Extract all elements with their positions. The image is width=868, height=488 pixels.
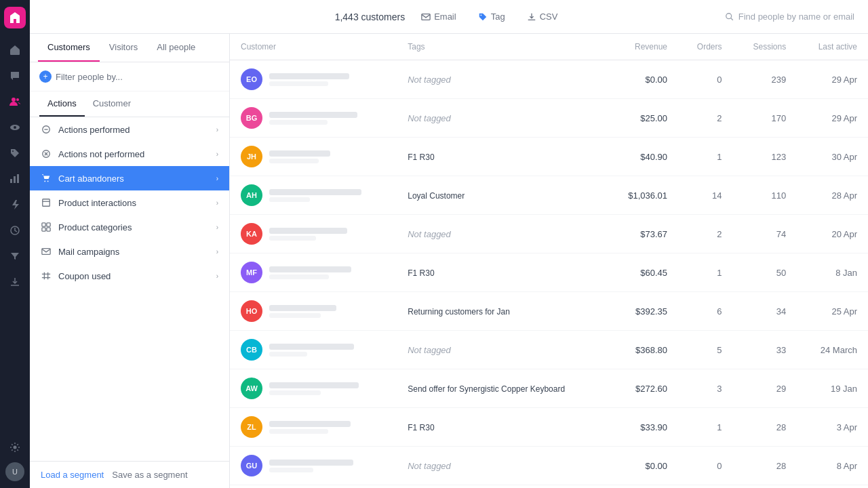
coupon-icon	[41, 270, 52, 281]
menu-item-actions-not-performed[interactable]: Actions not performed ›	[30, 142, 229, 166]
revenue-cell: $73.67	[607, 215, 678, 253]
filter-bottom: Load a segment Save as a segment	[30, 461, 229, 488]
cart-abandoners-label: Cart abandoners	[58, 174, 124, 184]
sidebar-item-clock[interactable]	[4, 220, 26, 241]
table-row[interactable]: AW Send offer for Synergistic Copper Key…	[230, 369, 868, 408]
avatar: EO	[241, 68, 262, 90]
mail-icon	[41, 246, 52, 257]
last-active-cell: 28 Apr	[797, 176, 868, 215]
filter-tab-actions[interactable]: Actions	[39, 92, 85, 117]
sidebar-item-filter[interactable]	[4, 245, 26, 267]
categories-icon	[41, 222, 52, 232]
menu-item-actions-performed[interactable]: Actions performed ›	[30, 117, 229, 142]
sidebar-item-lightning[interactable]	[4, 194, 26, 216]
sidebar-item-chat[interactable]	[4, 65, 26, 87]
sessions-cell: 28	[733, 447, 797, 485]
email-action[interactable]: Email	[416, 9, 462, 24]
sidebar-item-home[interactable]	[4, 39, 26, 61]
svg-rect-21	[43, 199, 50, 207]
sidebar-item-eye[interactable]	[4, 117, 26, 138]
search-bar[interactable]: Find people by name or email	[725, 12, 854, 22]
customer-count: 1,443 customers	[335, 12, 406, 22]
no-tag-label: Not tagged	[408, 345, 451, 355]
last-active-cell: 20 Apr	[797, 215, 868, 253]
load-segment-link[interactable]: Load a segment	[41, 470, 104, 480]
actions-not-performed-label: Actions not performed	[58, 149, 144, 159]
sidebar-item-people[interactable]	[4, 91, 26, 113]
customer-email-blur	[269, 468, 313, 472]
menu-item-product-interactions[interactable]: Product interactions ›	[30, 190, 229, 215]
chevron-right-icon: ›	[216, 224, 218, 231]
tag-action[interactable]: Tag	[473, 9, 511, 24]
filter-tab-customer[interactable]: Customer	[85, 92, 139, 117]
svg-rect-23	[47, 223, 50, 226]
customer-email-blur	[269, 159, 319, 163]
customer-cell: HO	[230, 292, 397, 331]
last-active-cell: 29 Apr	[797, 60, 868, 99]
orders-cell: 6	[678, 292, 733, 331]
filter-header: + Filter people by...	[30, 62, 229, 92]
table-row[interactable]: KA Not tagged$73.6727420 Apr	[230, 215, 868, 253]
svg-rect-22	[42, 223, 45, 226]
customer-cell: JG	[230, 485, 397, 489]
avatar: CB	[241, 339, 262, 361]
customer-name-blur	[269, 228, 347, 234]
table-row[interactable]: JH F1 R30$40.90112330 Apr	[230, 138, 868, 176]
tab-customers[interactable]: Customers	[38, 34, 100, 62]
customer-cell: ZL	[230, 408, 397, 447]
table-header-row: Customer Tags Revenue Orders Sessions La…	[230, 34, 868, 60]
search-placeholder: Find people by name or email	[738, 12, 854, 22]
col-tags: Tags	[397, 34, 606, 60]
tag-cell: Not tagged	[397, 331, 606, 369]
save-segment-link[interactable]: Save as a segment	[112, 470, 187, 480]
menu-item-product-categories[interactable]: Product categories ›	[30, 215, 229, 239]
table-row[interactable]: MF F1 R30$60.451508 Jan	[230, 253, 868, 292]
table-row[interactable]: ZL F1 R30$33.901283 Apr	[230, 408, 868, 447]
coupon-used-label: Coupon used	[58, 271, 111, 281]
customer-name-blur	[269, 266, 351, 272]
svg-rect-7	[14, 176, 16, 183]
sessions-cell: 239	[733, 60, 797, 99]
tab-visitors[interactable]: Visitors	[100, 34, 147, 62]
table-row[interactable]: EO Not tagged$0.00023929 Apr	[230, 60, 868, 99]
main-content: 1,443 customers Email Tag CSV Find peopl…	[30, 0, 868, 488]
table-row[interactable]: CB Not tagged$368.8053324 March	[230, 331, 868, 369]
tag-label: Tag	[491, 12, 505, 22]
orders-cell: 5	[678, 485, 733, 489]
orders-cell: 3	[678, 369, 733, 408]
table-row[interactable]: GU Not tagged$0.000288 Apr	[230, 447, 868, 485]
csv-action[interactable]: CSV	[521, 9, 564, 24]
customer-cell: AH	[230, 176, 397, 215]
product-icon	[41, 197, 52, 208]
tag-cell: F1 R30	[397, 138, 606, 176]
sidebar-item-settings[interactable]	[4, 436, 26, 458]
sidebar-item-tag[interactable]	[4, 142, 26, 164]
topbar-center: 1,443 customers Email Tag CSV	[335, 9, 564, 24]
menu-item-mail-campaigns[interactable]: Mail campaigns ›	[30, 239, 229, 264]
sessions-cell: 50	[733, 253, 797, 292]
table-row[interactable]: HO Returning customers for Jan$392.35634…	[230, 292, 868, 331]
last-active-cell: 19 Jan	[797, 369, 868, 408]
svg-point-10	[14, 446, 17, 449]
menu-item-cart-abandoners[interactable]: Cart abandoners ›	[30, 166, 229, 190]
orders-cell: 2	[678, 215, 733, 253]
table-row[interactable]: JG Returning customers for Jan$103.19527…	[230, 485, 868, 489]
sessions-cell: 34	[733, 292, 797, 331]
table-row[interactable]: AH Loyal Customer$1,036.011411028 Apr	[230, 176, 868, 215]
logo[interactable]	[4, 7, 26, 28]
product-categories-label: Product categories	[58, 222, 132, 232]
add-filter-icon[interactable]: +	[39, 70, 52, 83]
orders-cell: 5	[678, 331, 733, 369]
tag-cell: Not tagged	[397, 447, 606, 485]
sessions-cell: 27	[733, 485, 797, 489]
sidebar-bottom: U	[4, 436, 26, 481]
menu-item-coupon-used[interactable]: Coupon used ›	[30, 264, 229, 288]
table-row[interactable]: BG Not tagged$25.00217029 Apr	[230, 99, 868, 138]
product-interactions-label: Product interactions	[58, 198, 136, 208]
sidebar-item-download[interactable]	[4, 271, 26, 293]
avatar: KA	[241, 223, 262, 245]
sidebar-item-chart[interactable]	[4, 168, 26, 190]
last-active-cell: 8 Apr	[797, 447, 868, 485]
tab-all-people[interactable]: All people	[147, 34, 205, 62]
user-avatar[interactable]: U	[5, 462, 24, 481]
